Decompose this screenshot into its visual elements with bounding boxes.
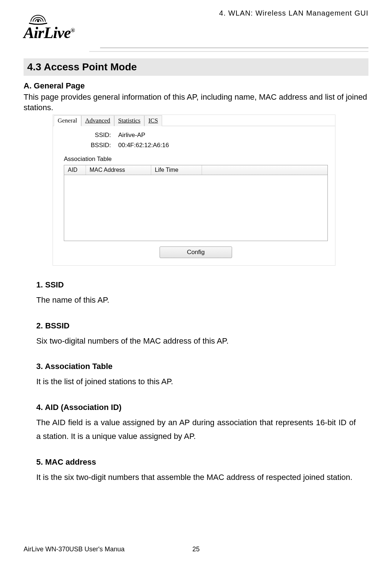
tab-statistics[interactable]: Statistics: [114, 115, 144, 126]
definitions-list: 1. SSID The name of this AP. 2. BSSID Si…: [24, 280, 368, 484]
subsection-a-body: This page provides general information o…: [24, 92, 368, 113]
def-body: Six two-digital numbers of the MAC addre…: [36, 334, 356, 348]
def-aid: 4. AID (Association ID) The AID field is…: [36, 403, 356, 444]
col-header-aid[interactable]: AID: [64, 165, 86, 175]
tab-general[interactable]: General: [54, 115, 81, 126]
ssid-value: Airlive-AP: [118, 132, 328, 139]
def-bssid: 2. BSSID Six two-digital numbers of the …: [36, 321, 356, 348]
general-page-screenshot: General Advanced Statistics ICS SSID: Ai…: [53, 115, 335, 266]
bssid-label: BSSID:: [64, 142, 118, 149]
logo-text: AirLive: [24, 24, 71, 42]
subsection-a-title: A. General Page: [24, 81, 368, 91]
def-title: 1. SSID: [36, 280, 356, 290]
def-body: It is the six two-digit numbers that ass…: [36, 470, 356, 485]
page-header: AirLive® 4. WLAN: Wireless LAN Managemen…: [24, 7, 368, 42]
def-body: The AID field is a value assigned by an …: [36, 416, 356, 444]
def-body: The name of this AP.: [36, 293, 356, 307]
ssid-label: SSID:: [64, 132, 118, 139]
section-title: 4.3 Access Point Mode: [27, 61, 365, 73]
logo: AirLive®: [24, 7, 75, 42]
def-mac-address: 5. MAC address It is the six two-digit n…: [36, 457, 356, 485]
section-heading-bar: 4.3 Access Point Mode: [24, 58, 368, 76]
def-title: 2. BSSID: [36, 321, 356, 331]
def-ssid: 1. SSID The name of this AP.: [36, 280, 356, 307]
tab-advanced[interactable]: Advanced: [81, 115, 114, 126]
association-table-label: Association Table: [64, 155, 328, 163]
logo-registered: ®: [71, 27, 75, 33]
header-breadcrumb: 4. WLAN: Wireless LAN Management GUI: [219, 7, 368, 17]
header-divider: [24, 47, 368, 58]
svg-point-0: [37, 20, 39, 22]
tab-ics[interactable]: ICS: [144, 115, 162, 126]
footer-page-number: 25: [192, 546, 199, 553]
footer-left: AirLive WN-370USB User's Manua: [24, 546, 125, 553]
tabs-row: General Advanced Statistics ICS: [53, 115, 335, 126]
col-header-mac[interactable]: MAC Address: [86, 165, 151, 175]
def-title: 3. Association Table: [36, 362, 356, 371]
config-button[interactable]: Config: [160, 246, 232, 258]
col-header-life[interactable]: Life Time: [151, 165, 202, 175]
logo-swirl-icon: [24, 7, 53, 25]
association-table: AID MAC Address Life Time: [64, 165, 328, 241]
def-association-table: 3. Association Table It is the list of j…: [36, 362, 356, 389]
def-title: 4. AID (Association ID): [36, 403, 356, 412]
association-table-header: AID MAC Address Life Time: [64, 165, 327, 175]
bssid-value: 00:4F:62:12:A6:16: [118, 142, 328, 149]
def-body: It is the list of joined stations to thi…: [36, 375, 356, 389]
def-title: 5. MAC address: [36, 457, 356, 467]
